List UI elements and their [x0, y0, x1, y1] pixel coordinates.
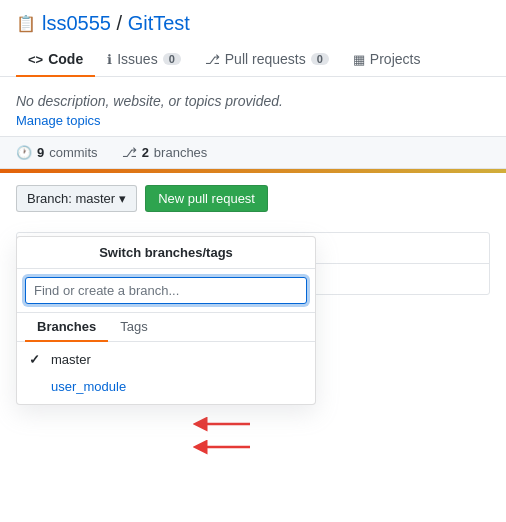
toolbar: Branch: master ▾ New pull request [0, 173, 506, 224]
branch-name-master: master [51, 352, 91, 367]
pr-icon: ⎇ [205, 52, 220, 67]
code-icon: <> [28, 52, 43, 67]
no-description: No description, website, or topics provi… [16, 93, 490, 109]
branch-dropdown: Switch branches/tags Branches Tags ✓ mas… [16, 236, 316, 405]
commits-count[interactable]: 9 [37, 145, 44, 160]
nav-tabs: <> Code ℹ Issues 0 ⎇ Pull requests 0 ▦ P… [0, 43, 506, 77]
dropdown-search-area [17, 269, 315, 313]
checkmark-icon: ✓ [29, 352, 43, 367]
dropdown-tab-tags[interactable]: Tags [108, 313, 159, 342]
tab-projects[interactable]: ▦ Projects [341, 43, 433, 77]
repo-icon: 📋 [16, 14, 36, 33]
branch-name-user-module: user_module [51, 379, 126, 394]
branch-button[interactable]: Branch: master ▾ [16, 185, 137, 212]
branches-stat: ⎇ 2 branches [122, 145, 208, 160]
commits-stat: 🕐 9 commits [16, 145, 98, 160]
arrow-to-master [195, 412, 255, 437]
pr-badge: 0 [311, 53, 329, 65]
new-pr-button[interactable]: New pull request [145, 185, 268, 212]
tab-code[interactable]: <> Code [16, 43, 95, 77]
dropdown-header: Switch branches/tags [17, 237, 315, 269]
branches-count[interactable]: 2 [142, 145, 149, 160]
dropdown-tab-branches[interactable]: Branches [25, 313, 108, 342]
dropdown-tabs: Branches Tags [17, 313, 315, 342]
branches-icon: ⎇ [122, 145, 137, 160]
issues-icon: ℹ [107, 52, 112, 67]
repo-header: 📋 lss0555 / GitTest [0, 0, 506, 35]
repo-title: lss0555 / GitTest [42, 12, 190, 35]
branch-item-master[interactable]: ✓ master [17, 346, 315, 373]
stats-bar: 🕐 9 commits ⎇ 2 branches [0, 136, 506, 169]
tab-issues[interactable]: ℹ Issues 0 [95, 43, 193, 77]
branch-list: ✓ master user_module [17, 342, 315, 404]
issues-badge: 0 [163, 53, 181, 65]
tab-pull-requests[interactable]: ⎇ Pull requests 0 [193, 43, 341, 77]
arrow-to-user-module [195, 435, 255, 460]
repo-name-link[interactable]: GitTest [128, 12, 190, 34]
branch-search-input[interactable] [25, 277, 307, 304]
projects-icon: ▦ [353, 52, 365, 67]
repo-owner-link[interactable]: lss0555 [42, 12, 111, 34]
description-area: No description, website, or topics provi… [0, 77, 506, 136]
commits-icon: 🕐 [16, 145, 32, 160]
manage-topics-link[interactable]: Manage topics [16, 113, 101, 128]
branch-item-user-module[interactable]: user_module [17, 373, 315, 400]
checkmark-placeholder [29, 379, 43, 394]
